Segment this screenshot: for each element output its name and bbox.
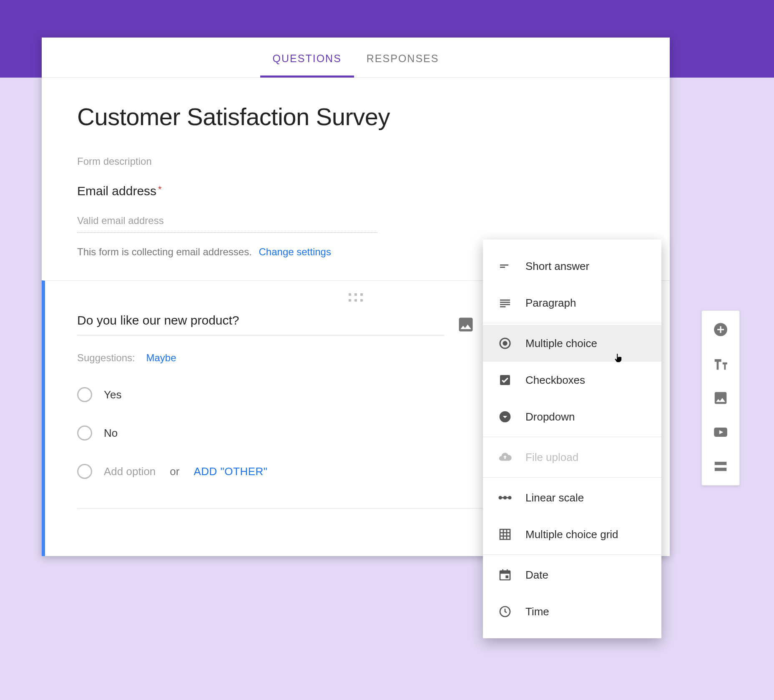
dropdown-icon <box>497 409 513 425</box>
suggestion-chip[interactable]: Maybe <box>146 352 176 363</box>
radio-icon <box>77 426 92 441</box>
tab-questions[interactable]: QUESTIONS <box>260 53 354 77</box>
type-label: Multiple choice <box>525 337 597 350</box>
svg-point-8 <box>503 341 507 345</box>
required-asterisk: * <box>158 184 162 194</box>
add-image-icon[interactable] <box>457 315 475 334</box>
svg-rect-3 <box>500 300 510 301</box>
cloud-upload-icon <box>497 449 513 465</box>
svg-rect-14 <box>500 497 510 499</box>
menu-separator <box>483 554 661 555</box>
question-title-input[interactable]: Do you like our new product? <box>77 313 444 335</box>
svg-rect-5 <box>500 304 510 305</box>
svg-rect-23 <box>507 569 508 572</box>
radio-button-icon <box>497 335 513 351</box>
form-description-placeholder[interactable]: Form description <box>77 156 634 167</box>
svg-rect-28 <box>715 462 727 465</box>
calendar-icon <box>497 567 513 583</box>
menu-separator <box>483 437 661 437</box>
type-label: Multiple choice grid <box>525 528 618 541</box>
svg-rect-1 <box>500 264 508 266</box>
collecting-text: This form is collecting email addresses. <box>77 246 252 257</box>
type-time[interactable]: Time <box>483 593 661 630</box>
svg-rect-22 <box>502 569 503 572</box>
add-option-input[interactable]: Add option <box>104 465 156 478</box>
svg-rect-4 <box>500 302 510 303</box>
cursor-pointer-icon <box>613 353 624 363</box>
svg-rect-15 <box>500 529 510 539</box>
type-label: Linear scale <box>525 491 584 504</box>
type-date[interactable]: Date <box>483 556 661 593</box>
suggestions-label: Suggestions: <box>77 352 135 363</box>
form-header: Customer Satisfaction Survey Form descri… <box>42 78 670 184</box>
checkbox-icon <box>497 372 513 388</box>
type-paragraph[interactable]: Paragraph <box>483 285 661 321</box>
add-image-button[interactable] <box>713 390 729 406</box>
type-dropdown[interactable]: Dropdown <box>483 398 661 435</box>
linear-scale-icon <box>497 490 513 506</box>
add-question-button[interactable] <box>713 322 729 337</box>
or-text: or <box>170 465 179 478</box>
radio-icon <box>77 387 92 402</box>
menu-separator <box>483 323 661 323</box>
side-toolbar <box>701 310 740 486</box>
email-input[interactable]: Valid email address <box>77 215 377 233</box>
type-label: Date <box>525 569 548 582</box>
svg-rect-6 <box>500 306 505 307</box>
clock-icon <box>497 604 513 619</box>
change-settings-link[interactable]: Change settings <box>259 246 331 257</box>
add-title-button[interactable] <box>713 356 729 372</box>
menu-separator <box>483 477 661 478</box>
type-file-upload: File upload <box>483 439 661 476</box>
grid-icon <box>497 526 513 542</box>
tab-responses[interactable]: RESPONSES <box>354 53 452 77</box>
option-input[interactable]: No <box>104 427 118 440</box>
type-multiple-choice[interactable]: Multiple choice <box>483 325 661 362</box>
type-linear-scale[interactable]: Linear scale <box>483 479 661 516</box>
radio-icon <box>77 464 92 479</box>
type-label: Dropdown <box>525 410 575 423</box>
svg-rect-24 <box>505 575 508 578</box>
short-answer-icon <box>497 258 513 274</box>
add-video-button[interactable] <box>713 424 729 440</box>
type-label: Checkboxes <box>525 374 585 387</box>
add-other-button[interactable]: ADD "OTHER" <box>194 465 267 478</box>
type-multiple-choice-grid[interactable]: Multiple choice grid <box>483 516 661 553</box>
tab-bar: QUESTIONS RESPONSES <box>42 38 670 78</box>
question-type-menu: Short answer Paragraph Multiple choice C… <box>483 239 661 638</box>
add-section-button[interactable] <box>713 458 729 474</box>
option-input[interactable]: Yes <box>104 388 121 401</box>
email-label: Email address* <box>77 184 634 198</box>
svg-rect-29 <box>715 468 727 471</box>
type-label: File upload <box>525 451 578 464</box>
type-label: Paragraph <box>525 297 576 310</box>
paragraph-icon <box>497 295 513 311</box>
form-title[interactable]: Customer Satisfaction Survey <box>77 103 634 131</box>
type-checkboxes[interactable]: Checkboxes <box>483 362 661 398</box>
email-label-text: Email address <box>77 184 156 198</box>
type-label: Time <box>525 605 549 618</box>
svg-rect-2 <box>500 267 505 268</box>
type-short-answer[interactable]: Short answer <box>483 248 661 285</box>
type-label: Short answer <box>525 260 589 273</box>
svg-rect-21 <box>500 571 510 574</box>
